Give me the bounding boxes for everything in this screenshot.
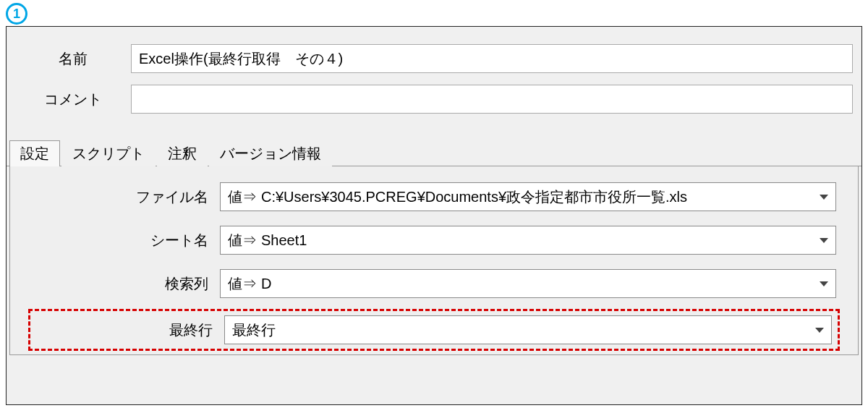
lastrow-value: 最終行 (232, 320, 809, 340)
tab-script[interactable]: スクリプト (61, 140, 156, 166)
column-row: 検索列 値⇒ D (32, 269, 836, 298)
sheet-value: Sheet1 (261, 232, 814, 249)
step-badge: 1 (6, 3, 27, 25)
name-input[interactable]: Excel操作(最終行取得 その４) (131, 44, 853, 73)
sheet-row: シート名 値⇒ Sheet1 (32, 226, 836, 255)
chevron-down-icon (820, 281, 828, 286)
tab-version[interactable]: バージョン情報 (209, 140, 332, 166)
name-label: 名前 (15, 49, 131, 69)
file-label: ファイル名 (32, 187, 220, 207)
column-combo[interactable]: 値⇒ D (220, 269, 836, 298)
lastrow-row-highlighted: 最終行 最終行 (32, 313, 836, 347)
name-value: Excel操作(最終行取得 その４) (139, 49, 343, 69)
header-section: 名前 Excel操作(最終行取得 その４) コメント (7, 27, 861, 140)
lastrow-label: 最終行 (36, 320, 224, 340)
settings-panel: ファイル名 値⇒ C:¥Users¥3045.PCREG¥Documents¥政… (9, 166, 859, 355)
comment-input[interactable] (131, 85, 853, 114)
lastrow-combo[interactable]: 最終行 (224, 315, 832, 344)
value-prefix: 値⇒ (228, 231, 257, 250)
file-row: ファイル名 値⇒ C:¥Users¥3045.PCREG¥Documents¥政… (32, 182, 836, 211)
column-label: 検索列 (32, 274, 220, 294)
dialog-window: 名前 Excel操作(最終行取得 その４) コメント 設定 スクリプト 注釈 バ… (6, 26, 862, 405)
comment-row: コメント (15, 85, 853, 114)
tab-annotation[interactable]: 注釈 (157, 140, 208, 166)
step-number: 1 (13, 7, 20, 22)
name-row: 名前 Excel操作(最終行取得 その４) (15, 44, 853, 73)
column-value: D (261, 276, 814, 292)
comment-label: コメント (15, 90, 131, 109)
file-combo[interactable]: 値⇒ C:¥Users¥3045.PCREG¥Documents¥政令指定都市市… (220, 182, 836, 211)
value-prefix: 値⇒ (228, 187, 257, 207)
value-prefix: 値⇒ (228, 274, 257, 294)
sheet-combo[interactable]: 値⇒ Sheet1 (220, 226, 836, 255)
file-value: C:¥Users¥3045.PCREG¥Documents¥政令指定都市市役所一… (261, 187, 814, 207)
chevron-down-icon (820, 238, 828, 243)
tab-strip: 設定 スクリプト 注釈 バージョン情報 (7, 140, 861, 166)
sheet-label: シート名 (32, 231, 220, 250)
chevron-down-icon (820, 195, 828, 200)
tab-settings[interactable]: 設定 (9, 140, 60, 166)
chevron-down-icon (815, 328, 824, 333)
